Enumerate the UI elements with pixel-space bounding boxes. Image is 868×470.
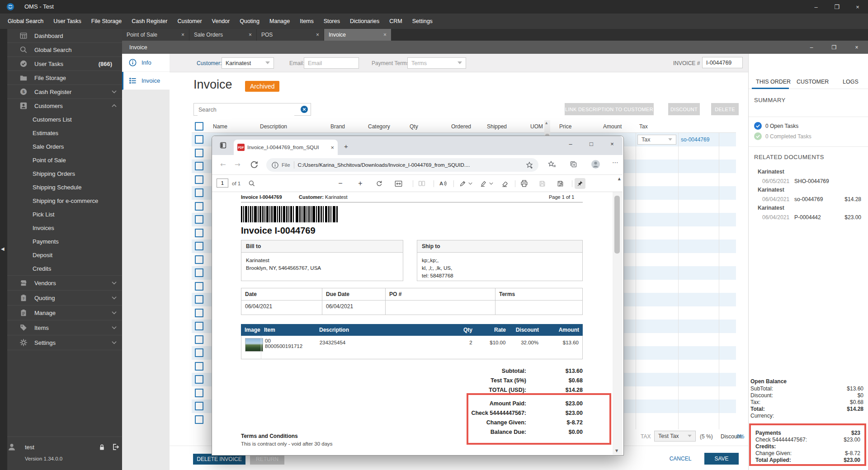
menu-quoting[interactable]: Quoting — [235, 18, 264, 24]
sidebar-item-shipping-orders[interactable]: Shipping Orders — [7, 167, 122, 180]
chevron-down-icon[interactable] — [467, 178, 473, 189]
tab-pos[interactable]: POS× — [257, 29, 324, 41]
row-checkbox[interactable] — [195, 322, 203, 330]
sidebar-item-manage[interactable]: Manage — [7, 306, 122, 320]
pdf-zoom-in-icon[interactable]: + — [355, 178, 366, 189]
pdf-scrollbar[interactable]: ▼ — [613, 192, 623, 455]
sidebar-item-dashboard[interactable]: Dashboard — [7, 29, 122, 43]
pdf-scroll-up-icon[interactable]: ▲ — [618, 177, 621, 181]
pdf-page-view-icon[interactable] — [416, 178, 427, 189]
payment-terms-select[interactable]: Terms — [407, 57, 466, 69]
pdf-rotate-icon[interactable] — [374, 178, 385, 189]
address-bar[interactable]: File C:/Users/Karina_Shchitova/Downloads… — [266, 158, 538, 172]
related-doc-link[interactable]: SHO-0044769 — [794, 178, 829, 184]
row-checkbox[interactable] — [195, 135, 203, 144]
browser-maximize-button[interactable]: □ — [581, 136, 602, 151]
sidebar-item-pick-list[interactable]: Pick List — [7, 207, 122, 221]
menu-settings[interactable]: Settings — [407, 18, 438, 24]
sidebar-collapse-icon[interactable]: ◀ — [1, 246, 5, 251]
row-checkbox[interactable] — [195, 362, 203, 371]
row-checkbox[interactable] — [195, 282, 203, 291]
tab-sale-orders[interactable]: Sale Orders× — [189, 29, 256, 41]
discount-button[interactable]: DISCOUNT — [668, 103, 700, 115]
sidebar-item-invoices[interactable]: Invoices — [7, 221, 122, 235]
sidebar-item-user-tasks[interactable]: User Tasks (866) — [7, 57, 122, 71]
back-icon[interactable]: ← — [220, 160, 226, 169]
pdf-page-input[interactable] — [217, 179, 228, 188]
sidebar-item-payments[interactable]: Payments — [7, 235, 122, 248]
row-checkbox[interactable] — [195, 415, 203, 424]
row-checkbox[interactable] — [195, 149, 203, 157]
link-description-button[interactable]: LINK DESCRIPTION TO CUSTOMER — [565, 103, 654, 115]
sidebar-item-deposit[interactable]: Deposit — [7, 248, 122, 262]
menu-stores[interactable]: Stores — [319, 18, 345, 24]
sidebar-item-items[interactable]: Items — [7, 320, 122, 335]
new-tab-icon[interactable]: + — [344, 142, 348, 150]
logout-icon[interactable] — [111, 443, 119, 451]
sidebar-item-estimates[interactable]: Estimates — [7, 126, 122, 140]
menu-file-storage[interactable]: File Storage — [86, 18, 127, 24]
menu-user-tasks[interactable]: User Tasks — [48, 18, 86, 24]
pdf-print-icon[interactable] — [519, 178, 529, 189]
select-all-checkbox[interactable] — [195, 122, 203, 131]
row-checkbox[interactable] — [195, 309, 203, 317]
menu-items[interactable]: Items — [295, 18, 319, 24]
browser-tab[interactable]: PDF Invoice_I-0044769_from_SQUID.pdf × — [234, 140, 338, 155]
search-input[interactable] — [198, 104, 294, 116]
close-icon[interactable]: × — [316, 32, 319, 38]
scroll-up-icon[interactable]: ▲ — [545, 121, 547, 125]
pdf-highlight-icon[interactable] — [478, 178, 489, 189]
nav-item-info[interactable]: Info — [122, 54, 170, 72]
pdf-scroll-down-icon[interactable]: ▼ — [615, 449, 618, 453]
pdf-draw-icon[interactable] — [457, 178, 468, 189]
open-tasks-label[interactable]: 0 Open Tasks — [765, 123, 798, 129]
currency-link[interactable]: Currency: — [750, 413, 774, 419]
workspaces-icon[interactable] — [219, 141, 227, 149]
invoice-restore-button[interactable]: ❐ — [823, 41, 845, 54]
nav-item-invoice[interactable]: Invoice — [122, 72, 170, 90]
lock-icon[interactable] — [98, 443, 106, 451]
delete-button[interactable]: DELETE — [711, 103, 739, 115]
row-checkbox[interactable] — [195, 348, 203, 357]
pdf-read-aloud-icon[interactable]: A — [437, 178, 448, 189]
tab-this-order[interactable]: THIS ORDER — [756, 79, 791, 85]
related-order-link[interactable]: so-0044769 — [681, 136, 709, 143]
sidebar-item-global-search[interactable]: Global Search — [7, 43, 122, 57]
row-checkbox[interactable] — [195, 268, 203, 277]
chevron-down-icon[interactable] — [488, 178, 494, 189]
app-maximize-button[interactable]: ❐ — [826, 0, 847, 14]
menu-dictionaries[interactable]: Dictionaries — [345, 18, 384, 24]
browser-menu-icon[interactable]: ⋯ — [612, 159, 618, 166]
sidebar-item-customers[interactable]: Customers — [7, 99, 122, 113]
menu-global-search[interactable]: Global Search — [3, 18, 48, 24]
email-field[interactable] — [304, 57, 359, 69]
pdf-zoom-out-icon[interactable]: − — [335, 178, 346, 189]
favorites-icon[interactable] — [548, 160, 556, 168]
invoice-minimize-button[interactable]: – — [800, 41, 823, 54]
pdf-pin-toolbar-icon[interactable] — [575, 178, 585, 189]
related-doc-link[interactable]: P-0004442 — [794, 214, 821, 221]
sidebar-item-quoting[interactable]: ? Quoting — [7, 291, 122, 306]
pdf-search-icon[interactable] — [248, 180, 255, 187]
pdf-scrollbar-thumb[interactable] — [614, 196, 620, 254]
pdf-save-as-icon[interactable] — [555, 178, 566, 189]
row-checkbox[interactable] — [195, 295, 203, 304]
sidebar-item-point-of-sale[interactable]: Point of Sale — [7, 153, 122, 167]
browser-minimize-button[interactable]: – — [560, 136, 581, 151]
pdf-save-icon[interactable] — [537, 178, 547, 189]
close-tab-icon[interactable]: × — [330, 144, 334, 151]
footer-tax-select[interactable]: Test Tax — [654, 431, 696, 442]
close-icon[interactable]: × — [383, 32, 387, 38]
row-checkbox[interactable] — [195, 335, 203, 344]
sidebar-item-customers-list[interactable]: Customers List — [7, 113, 122, 126]
tab-customer[interactable]: CUSTOMER — [797, 79, 829, 85]
menu-vendor[interactable]: Vendor — [207, 18, 235, 24]
menu-cash-register[interactable]: Cash Register — [127, 18, 172, 24]
row-checkbox[interactable] — [195, 202, 203, 211]
app-close-button[interactable]: × — [847, 0, 868, 14]
footer-discount-value[interactable]: 0% — [736, 433, 744, 440]
cancel-button[interactable]: CANCEL — [665, 453, 695, 465]
tab-point-of-sale[interactable]: Point of Sale× — [122, 29, 189, 41]
close-icon[interactable]: × — [249, 32, 252, 38]
sidebar-item-credits[interactable]: Credits — [7, 262, 122, 276]
